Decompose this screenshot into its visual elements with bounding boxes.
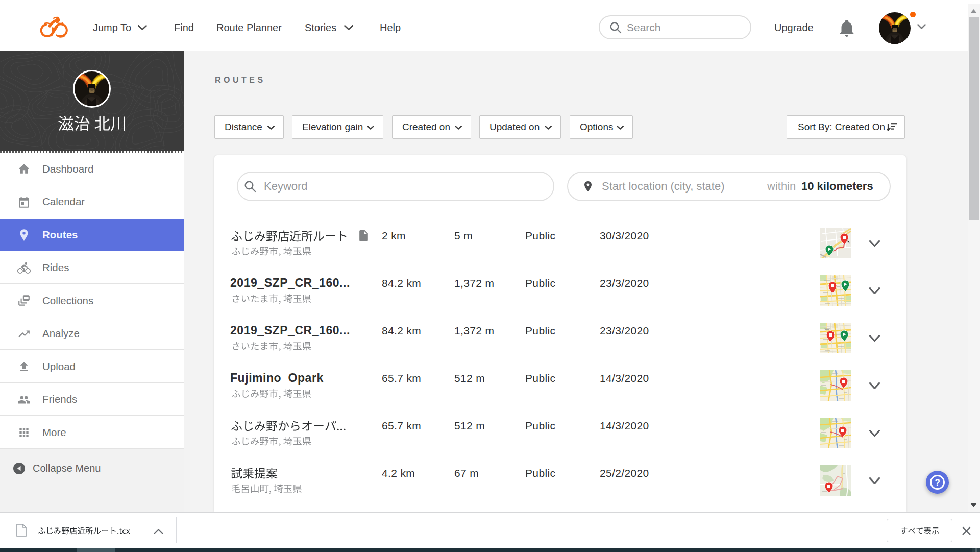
svg-text:?: ? [935, 477, 940, 488]
